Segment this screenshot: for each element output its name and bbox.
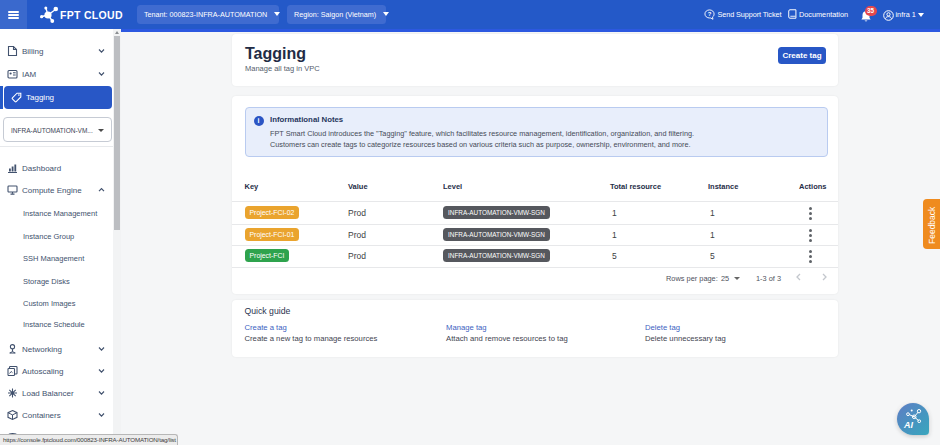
svg-text:?: ? bbox=[708, 10, 712, 16]
svg-text:AI: AI bbox=[903, 420, 913, 430]
